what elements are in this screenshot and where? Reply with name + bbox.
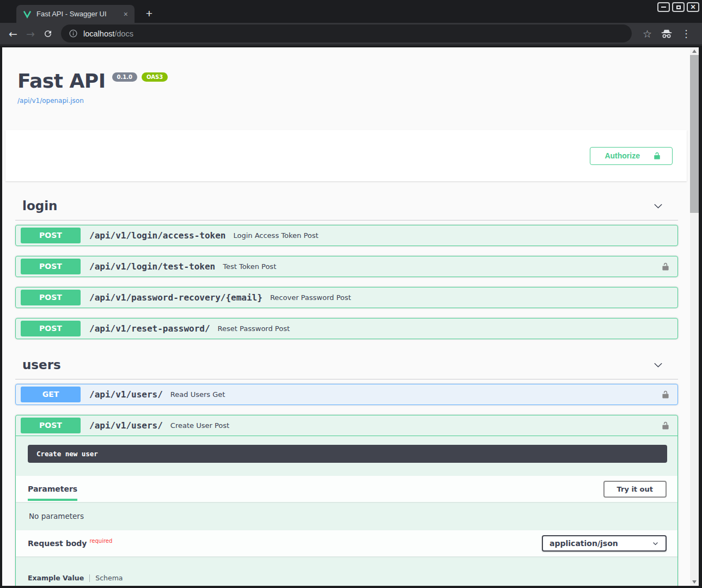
tab-title: Fast API - Swagger UI: [36, 10, 121, 18]
tab-close-icon[interactable]: ×: [121, 10, 130, 19]
minimize-button[interactable]: [657, 2, 670, 12]
browser-toolbar: ← → localhost/docs ☆ ⋮: [0, 23, 702, 46]
forward-button: →: [22, 28, 39, 40]
url-host: localhost: [83, 29, 114, 38]
authorize-button[interactable]: Authorize: [590, 147, 673, 165]
media-type-select[interactable]: application/json: [542, 535, 667, 552]
endpoint-path: /api/v1/login/test-token: [89, 261, 215, 272]
endpoint-summary: Read Users Get: [170, 390, 225, 399]
site-info-icon[interactable]: [69, 29, 78, 38]
tab-schema[interactable]: Schema: [95, 574, 123, 582]
unlocked-padlock-icon: [653, 151, 661, 161]
opblock-read-users[interactable]: GET /api/v1/users/ Read Users Get: [15, 384, 678, 405]
endpoint-path: /api/v1/login/access-token: [89, 230, 225, 241]
endpoint-summary: Reset Password Post: [218, 324, 290, 333]
endpoint-summary: Test Token Post: [223, 262, 276, 271]
opblock-summary-create-user[interactable]: POST /api/v1/users/ Create User Post: [16, 415, 677, 436]
api-info: Fast API 0.1.0 OAS3 /api/v1/openapi.json: [2, 47, 690, 105]
auth-lock-icon[interactable]: [660, 420, 671, 432]
endpoint-summary: Recover Password Post: [270, 293, 351, 302]
new-tab-button[interactable]: +: [142, 6, 157, 21]
opblock-create-user: POST /api/v1/users/ Create User Post Cre…: [15, 415, 678, 586]
required-label: required: [89, 538, 112, 544]
opblock-reset-password[interactable]: POST /api/v1/reset-password/ Reset Passw…: [15, 318, 678, 339]
auth-lock-icon[interactable]: [660, 261, 671, 273]
endpoint-summary: Login Access Token Post: [233, 231, 318, 240]
endpoint-path: /api/v1/password-recovery/{email}: [89, 292, 263, 303]
method-badge: POST: [21, 418, 81, 433]
method-badge: POST: [21, 321, 81, 336]
scrollbar-down-arrow[interactable]: [690, 578, 699, 586]
opblock-body: Create new user Parameters Try it out No…: [16, 436, 677, 586]
scrollbar-up-arrow[interactable]: [690, 47, 699, 55]
endpoint-path: /api/v1/reset-password/: [89, 323, 210, 334]
close-icon: ✕: [690, 4, 695, 10]
minimize-icon: [661, 7, 666, 8]
oas3-badge: OAS3: [142, 72, 168, 82]
close-button[interactable]: ✕: [687, 2, 699, 12]
parameters-tab[interactable]: Parameters: [28, 485, 77, 493]
scrollbar-thumb[interactable]: [690, 55, 699, 213]
browser-menu-icon[interactable]: ⋮: [681, 28, 691, 39]
section-title: users: [22, 356, 61, 374]
method-badge: POST: [21, 290, 81, 305]
reload-icon: [43, 29, 53, 39]
try-it-out-button[interactable]: Try it out: [603, 481, 667, 498]
page-scrollbar[interactable]: [690, 47, 699, 586]
media-type-value: application/json: [550, 539, 618, 548]
browser-tab[interactable]: Fast API - Swagger UI ×: [16, 5, 135, 23]
endpoint-path: /api/v1/users/: [89, 389, 163, 400]
example-section: Example Value Schema {: [16, 556, 677, 586]
method-badge: POST: [21, 259, 81, 274]
opblock-password-recovery[interactable]: POST /api/v1/password-recovery/{email} R…: [15, 287, 678, 308]
authorize-label: Authorize: [605, 151, 640, 160]
favicon-icon: [23, 10, 32, 19]
reload-button[interactable]: [39, 29, 57, 39]
openapi-spec-link[interactable]: /api/v1/openapi.json: [17, 97, 84, 105]
page-viewport: Fast API 0.1.0 OAS3 /api/v1/openapi.json…: [2, 47, 699, 586]
chevron-down-icon[interactable]: [653, 360, 663, 370]
endpoint-description: Create new user: [28, 445, 667, 463]
request-body-label: Request bodyrequired: [28, 539, 112, 548]
operations-wrapper: login POST /api/v1/login/access-token Lo…: [2, 181, 690, 586]
maximize-icon: [676, 5, 681, 9]
swagger-page: Fast API 0.1.0 OAS3 /api/v1/openapi.json…: [2, 47, 690, 586]
no-parameters-text: No parameters: [16, 502, 677, 530]
section-title: login: [22, 197, 57, 215]
chevron-down-icon[interactable]: [653, 201, 663, 211]
section-header-users[interactable]: users: [15, 352, 678, 379]
incognito-icon: [661, 28, 673, 40]
opblock-login-test-token[interactable]: POST /api/v1/login/test-token Test Token…: [15, 256, 678, 277]
tab-example-value[interactable]: Example Value: [28, 574, 84, 582]
maximize-button[interactable]: [672, 2, 685, 12]
method-badge: GET: [21, 387, 81, 402]
bookmark-star-icon[interactable]: ☆: [643, 28, 652, 40]
parameters-header: Parameters Try it out: [16, 476, 677, 502]
browser-titlebar: Fast API - Swagger UI × + ✕: [0, 0, 702, 23]
back-button[interactable]: ←: [4, 28, 22, 40]
endpoint-summary: Create User Post: [170, 421, 229, 430]
section-header-login[interactable]: login: [15, 193, 678, 220]
page-title: Fast API: [17, 70, 106, 92]
auth-lock-icon[interactable]: [660, 389, 671, 401]
url-path: /docs: [114, 29, 133, 38]
request-body-header: Request bodyrequired application/json: [16, 530, 677, 556]
window-controls: ✕: [657, 2, 699, 12]
version-badge: 0.1.0: [112, 72, 137, 82]
chevron-down-icon: [652, 540, 659, 547]
method-badge: POST: [21, 228, 81, 243]
opblock-login-access-token[interactable]: POST /api/v1/login/access-token Login Ac…: [15, 225, 678, 246]
endpoint-path: /api/v1/users/: [89, 420, 163, 431]
scheme-container: Authorize: [5, 130, 687, 181]
tab-divider: [89, 574, 90, 582]
address-bar[interactable]: localhost/docs: [61, 24, 632, 42]
